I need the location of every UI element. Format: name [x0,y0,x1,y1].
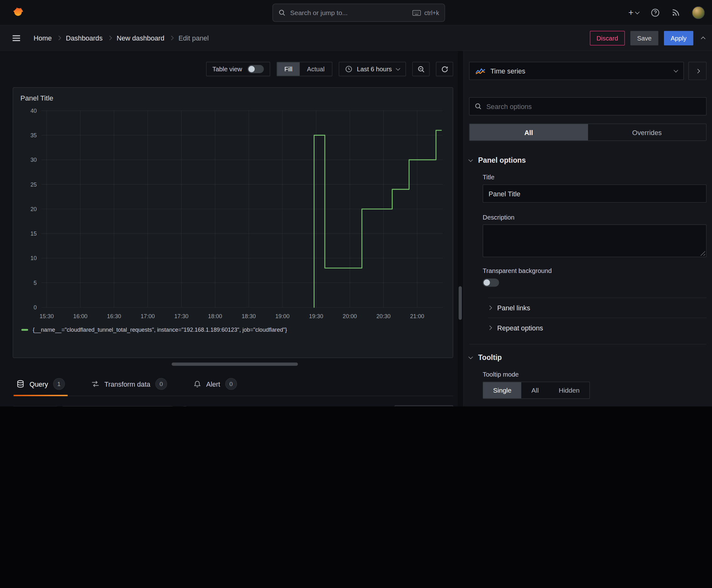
alert-count-badge: 0 [225,378,237,390]
tooltip-mode-group: Single All Hidden [483,382,590,399]
panel-title-input[interactable] [483,184,707,203]
tab-query[interactable]: Query 1 [14,374,67,396]
grafana-logo-icon [12,6,24,19]
fill-actual-segment: Fill Actual [277,62,332,76]
search-shortcut: ctrl+k [424,9,439,16]
apply-button[interactable]: Apply [664,31,693,45]
panel-options-pane: Time series All Overrides [463,51,712,406]
table-view-switch[interactable] [247,65,264,73]
bell-icon [193,380,201,388]
svg-text:0: 0 [34,304,37,311]
grafana-window: Search or jump to... ctrl+k + [0,0,712,406]
database-icon [16,380,24,388]
collapse-options-button[interactable] [688,62,707,80]
options-search-input[interactable] [486,102,701,110]
tooltip-mode-single[interactable]: Single [483,382,521,398]
breadcrumb-bar: Home Dashboards New dashboard Edit panel… [0,25,712,51]
panel-edit-left-pane: Table view Fill Actual Last 6 hours [0,51,458,406]
legend-swatch [21,329,28,331]
breadcrumb-new-dashboard[interactable]: New dashboard [117,34,165,42]
fill-option[interactable]: Fill [277,62,300,76]
svg-text:15:30: 15:30 [40,313,54,319]
global-search[interactable]: Search or jump to... ctrl+k [273,4,445,22]
time-series-chart: 051015202530354015:3016:0016:3017:0017:3… [19,108,447,323]
svg-text:17:00: 17:00 [141,313,155,319]
chevron-right-icon [107,36,112,40]
tab-all[interactable]: All [470,124,588,141]
pane-resize-handle[interactable] [172,362,298,365]
chevron-down-icon [468,355,473,359]
query-toolbar: Data source Prometheus [13,405,453,406]
breadcrumb-dashboards[interactable]: Dashboards [66,34,103,42]
svg-text:16:30: 16:30 [107,313,121,319]
save-button[interactable]: Save [630,31,659,45]
tooltip-title: Tooltip [478,353,502,361]
top-nav: Search or jump to... ctrl+k + [0,0,712,25]
tab-overrides[interactable]: Overrides [588,124,706,141]
panel-options-header[interactable]: Panel options [469,156,706,165]
breadcrumb-home[interactable]: Home [34,34,52,42]
tab-transform-data[interactable]: Transform data 0 [88,374,170,396]
datasource-picker[interactable]: Prometheus [63,406,173,406]
svg-text:25: 25 [30,182,37,188]
svg-text:19:30: 19:30 [309,313,323,319]
description-label: Description [483,214,707,221]
time-series-viz-icon [475,67,486,75]
tooltip-mode-hidden[interactable]: Hidden [549,382,589,398]
all-overrides-tabs: All Overrides [469,123,706,141]
chevron-down-icon [396,66,400,71]
svg-text:20: 20 [30,206,37,212]
query-count-badge: 1 [53,378,65,390]
svg-text:17:30: 17:30 [174,313,188,319]
time-range-picker[interactable]: Last 6 hours [339,62,406,76]
tooltip-mode-label: Tooltip mode [483,371,707,378]
help-icon[interactable] [651,8,660,17]
keyboard-icon [412,10,421,16]
user-avatar[interactable] [692,6,705,19]
svg-text:40: 40 [30,108,37,114]
zoom-out-button[interactable] [412,62,429,76]
transparent-background-label: Transparent background [483,267,707,275]
discard-button[interactable]: Discard [589,31,625,45]
svg-text:19:00: 19:00 [275,313,289,319]
description-textarea[interactable] [483,225,706,257]
editor-tabs: Query 1 Transform data 0 [13,374,453,396]
tab-transform-label: Transform data [104,380,150,388]
vertical-scrollbar-thumb[interactable] [459,286,462,320]
chevron-down-icon [635,9,640,14]
news-rss-icon[interactable] [671,8,680,17]
svg-text:18:00: 18:00 [208,313,222,319]
tab-alert[interactable]: Alert 0 [191,374,240,396]
tooltip-mode-all[interactable]: All [521,382,549,398]
refresh-button[interactable] [436,62,453,76]
transform-icon [91,380,100,388]
datasource-help-button[interactable] [178,406,192,406]
tooltip-header[interactable]: Tooltip [469,353,706,361]
collapse-up-icon[interactable] [702,36,705,41]
clock-icon [345,65,352,72]
panel-links-section[interactable]: Panel links [488,297,707,318]
transform-count-badge: 0 [155,378,167,390]
svg-text:20:30: 20:30 [376,313,390,319]
visualization-name: Time series [490,67,669,75]
search-placeholder: Search or jump to... [290,9,408,16]
table-view-toggle[interactable]: Table view [206,62,270,76]
repeat-options-section[interactable]: Repeat options [488,318,707,338]
menu-hamburger-icon[interactable] [10,32,23,45]
svg-text:35: 35 [30,132,37,139]
new-menu-button[interactable]: + [628,7,639,18]
breadcrumb-edit-panel: Edit panel [178,34,209,42]
time-range-label: Last 6 hours [357,65,392,72]
query-inspector-button[interactable]: Query inspector [395,405,453,406]
panel-title: Panel Title [19,92,447,102]
actual-option[interactable]: Actual [300,62,332,76]
svg-text:21:00: 21:00 [410,313,424,319]
legend-item[interactable]: {__name__="cloudflared_tunnel_total_requ… [21,327,447,333]
breadcrumb: Home Dashboards New dashboard Edit panel [34,34,209,42]
pane-divider[interactable] [458,51,463,406]
chevron-right-icon [57,36,61,40]
options-search[interactable] [469,97,706,115]
visualization-picker[interactable]: Time series [469,62,684,80]
transparent-background-switch[interactable] [483,279,499,287]
chevron-right-icon [169,36,174,40]
